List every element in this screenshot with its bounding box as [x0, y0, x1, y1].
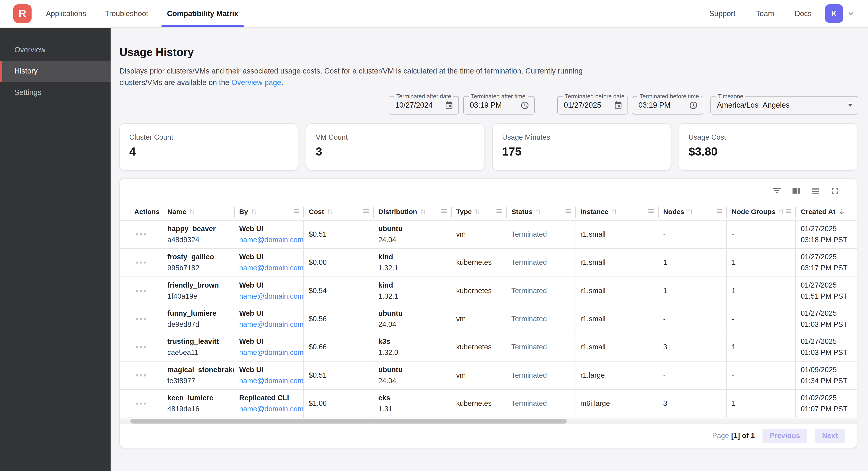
- created-by-email-link[interactable]: name@domain.com: [239, 263, 303, 273]
- clock-icon[interactable]: [520, 101, 529, 110]
- type-value: kubernetes: [456, 286, 506, 296]
- column-header-type[interactable]: Type: [451, 203, 506, 220]
- cluster-name: keen_lumiere: [167, 393, 234, 403]
- column-header-by[interactable]: By: [234, 203, 304, 220]
- column-menu-icon[interactable]: [648, 209, 654, 213]
- timezone-select[interactable]: Timezone America/Los_Angeles: [710, 96, 858, 114]
- sidebar-item-settings[interactable]: Settings: [0, 82, 111, 103]
- calendar-icon[interactable]: [614, 101, 622, 110]
- nav-tab-troubleshoot[interactable]: Troubleshoot: [96, 0, 158, 27]
- terminated-after-date-field[interactable]: Terminated after date 10/27/2024: [389, 96, 459, 114]
- chevron-down-icon[interactable]: [847, 10, 855, 18]
- row-actions-button[interactable]: [134, 231, 148, 238]
- cell-cost: $0.51: [304, 220, 373, 248]
- filter-icon[interactable]: [772, 186, 782, 196]
- overview-page-link[interactable]: Overview page: [231, 78, 281, 87]
- created-by-email-link[interactable]: name@domain.com: [239, 320, 303, 329]
- next-page-button[interactable]: Next: [815, 429, 845, 443]
- clock-icon[interactable]: [689, 101, 698, 110]
- nodes-value: 1: [663, 258, 726, 267]
- cell-instance: r1.small: [576, 305, 658, 333]
- column-header-created-at[interactable]: Created At: [796, 203, 857, 220]
- column-header-cost[interactable]: Cost: [304, 203, 373, 220]
- cell-by: Web UI name@domain.com: [234, 361, 304, 389]
- nodes-value: 3: [663, 399, 726, 408]
- row-actions-button[interactable]: [134, 288, 148, 294]
- nav-link-docs[interactable]: Docs: [795, 9, 812, 18]
- nodes-value: -: [663, 314, 726, 324]
- distribution-name: k3s: [378, 337, 451, 346]
- column-menu-icon[interactable]: [363, 209, 369, 213]
- avatar[interactable]: K: [825, 4, 843, 23]
- cell-node-groups: 1: [727, 333, 796, 361]
- created-by-email-link[interactable]: name@domain.com: [239, 348, 303, 357]
- distribution-version: 24.04: [378, 235, 451, 245]
- nav-tab-compatibility-matrix[interactable]: Compatibility Matrix: [158, 0, 248, 27]
- columns-icon[interactable]: [791, 186, 801, 196]
- row-actions-button[interactable]: [134, 259, 148, 266]
- row-actions-button[interactable]: [134, 400, 148, 407]
- previous-page-button[interactable]: Previous: [763, 429, 807, 443]
- field-label: Terminated before date: [563, 93, 627, 100]
- column-menu-icon[interactable]: [786, 209, 791, 213]
- nav-link-team[interactable]: Team: [756, 9, 774, 18]
- row-actions-button[interactable]: [134, 372, 148, 379]
- horizontal-scrollbar-thumb[interactable]: [130, 419, 567, 423]
- column-header-node-groups[interactable]: Node Groups: [727, 203, 796, 220]
- column-header-status[interactable]: Status: [506, 203, 576, 220]
- cluster-name: happy_beaver: [167, 224, 234, 234]
- instance-value: m6i.large: [580, 399, 658, 408]
- cell-cost: $0.00: [304, 248, 373, 276]
- column-header-name[interactable]: Name: [162, 203, 234, 220]
- type-value: vm: [456, 371, 506, 380]
- column-menu-icon[interactable]: [565, 209, 571, 213]
- created-by-email-link[interactable]: name@domain.com: [239, 376, 303, 386]
- column-menu-icon[interactable]: [496, 209, 502, 213]
- cost-value: $0.51: [309, 371, 373, 380]
- table-row: magical_stonebraker fe3f8977 Web UI name…: [120, 361, 857, 390]
- distribution-version: 24.04: [378, 320, 451, 329]
- column-header-nodes[interactable]: Nodes: [658, 203, 727, 220]
- column-header-distribution[interactable]: Distribution: [373, 203, 451, 220]
- instance-value: r1.small: [580, 343, 658, 352]
- created-by-email-link[interactable]: name@domain.com: [239, 235, 303, 245]
- nav-tab-applications[interactable]: Applications: [36, 0, 95, 27]
- dropdown-arrow-icon[interactable]: [848, 104, 852, 107]
- column-header-instance[interactable]: Instance: [576, 203, 658, 220]
- calendar-icon[interactable]: [444, 101, 453, 110]
- created-date: 01/27/2025: [801, 252, 857, 262]
- cell-type: kubernetes: [451, 248, 506, 276]
- cell-distribution: kind 1.32.1: [373, 277, 451, 305]
- filters-row: Terminated after date 10/27/2024 Termina…: [119, 96, 868, 114]
- cell-status: Terminated: [506, 390, 576, 417]
- density-icon[interactable]: [811, 186, 820, 196]
- sidebar-item-overview[interactable]: Overview: [0, 39, 111, 60]
- column-menu-icon[interactable]: [717, 209, 722, 213]
- terminated-after-time-field[interactable]: Terminated after time 03:19 PM: [463, 96, 535, 114]
- terminated-before-time-field[interactable]: Terminated before time 03:19 PM: [632, 96, 703, 114]
- created-by-email-link[interactable]: name@domain.com: [239, 404, 303, 414]
- row-actions-button[interactable]: [134, 344, 148, 351]
- sidebar-item-history[interactable]: History: [0, 61, 111, 82]
- fullscreen-icon[interactable]: [830, 186, 840, 196]
- terminated-before-date-field[interactable]: Terminated before date 01/27/2025: [557, 96, 628, 114]
- type-value: vm: [456, 230, 506, 239]
- row-actions-button[interactable]: [134, 316, 148, 322]
- cell-created-at: 01/27/2025 01:03 PM PST: [796, 333, 857, 361]
- cell-name: frosty_galileo 995b7182: [162, 248, 234, 276]
- column-header-actions[interactable]: Actions: [120, 203, 162, 220]
- nav-tabs: Applications Troubleshoot Compatibility …: [36, 0, 248, 27]
- cell-status: Terminated: [506, 361, 576, 389]
- horizontal-scrollbar-track: [120, 419, 857, 423]
- nav-link-support[interactable]: Support: [709, 9, 735, 18]
- cell-instance: r1.small: [576, 248, 658, 276]
- column-menu-icon[interactable]: [441, 209, 447, 213]
- type-value: vm: [456, 314, 506, 324]
- created-by-email-link[interactable]: name@domain.com: [239, 292, 303, 301]
- replicated-logo[interactable]: R: [13, 4, 32, 23]
- sidebar-item-label: History: [14, 67, 37, 75]
- stat-card-usage-cost: Usage Cost $3.80: [679, 123, 858, 171]
- cluster-name: trusting_leavitt: [167, 337, 234, 346]
- column-menu-icon[interactable]: [294, 209, 299, 213]
- cell-cost: $1.06: [304, 390, 373, 417]
